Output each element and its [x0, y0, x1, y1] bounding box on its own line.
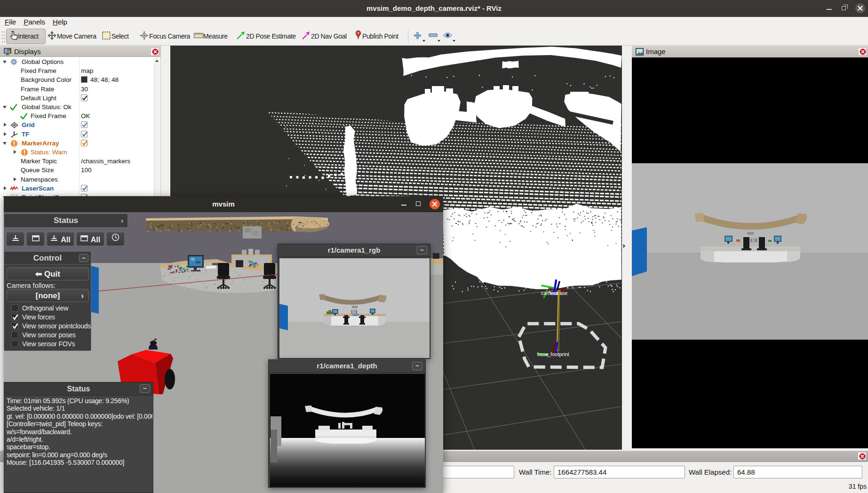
svg-text:basee_footprint: basee_footprint — [537, 351, 569, 357]
svg-text:cameralaserbase: cameralaserbase — [541, 290, 567, 296]
